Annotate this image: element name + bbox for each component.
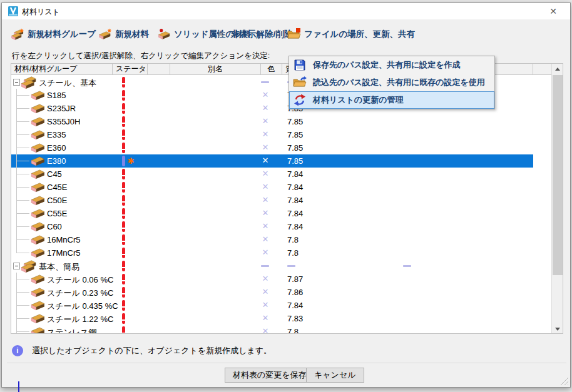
density-value: 7.85 [287,130,303,139]
material-icon [30,234,46,248]
column-header-7[interactable] [533,64,553,75]
material-icon [30,326,46,334]
material-icon [30,274,46,287]
density-value: 7.84 [287,209,303,218]
new-marker-icon: ✱ [128,156,135,166]
menu-item-label: 読込先のパス設定、共有用に既存の設定を使用 [313,77,485,88]
save-material-table-button[interactable]: 材料表の変更を保存 [225,368,315,383]
column-header-1[interactable]: 材料/材料グループ [11,64,113,75]
tree-line [16,331,29,332]
table-row[interactable]: C45E✕7.84 [11,181,553,194]
table-row[interactable]: スチール 0.23 %C✕7.86 [11,286,553,299]
status-bar [122,182,125,193]
material-icon [30,143,46,156]
no-color-x-icon: ✕ [260,129,270,139]
material-icon [30,313,46,326]
menu-item-2[interactable]: 読込先のパス設定、共有用に既存の設定を使用 [289,74,494,91]
status-bar [122,221,125,232]
toolbar-item-label: 新規材料 [115,29,149,40]
material-label: S355J0H [47,117,80,126]
table-row[interactable]: C55E✕7.84 [11,207,553,220]
table-row[interactable]: スチール 0.435 %C✕7.84 [11,299,553,312]
table-row[interactable]: 16MnCr5✕7.8 [11,233,553,246]
column-header-5[interactable]: 色 [261,64,282,75]
new-material-icon [98,28,112,41]
no-color-x-icon: ✕ [260,116,270,126]
density-value: 7.84 [287,196,303,205]
status-bar [122,234,125,245]
tree-collapse-toggle[interactable] [13,263,20,269]
status-bar [122,156,125,166]
material-label: スチール 0.23 %C [47,288,113,299]
tree-line [16,325,17,334]
tree-line [16,253,29,253]
toolbar-item-1[interactable]: 新規材料グループ [11,22,96,47]
info-bar: i 選択したオブジェクトの下に、オブジェクトを新規作成します。 [12,343,272,358]
no-color-x-icon: ✕ [260,103,270,113]
density-value: 7.8 [287,327,299,334]
table-row[interactable]: E335✕7.85 [11,128,553,141]
status-bar [122,300,125,311]
material-label: スチール 1.22 %C [47,314,113,325]
tree-line [16,148,29,148]
table-row[interactable]: スチール 0.06 %C✕7.87 [11,273,553,286]
table-row[interactable]: C45✕7.84 [11,168,553,181]
table-row[interactable]: S355J0H✕7.85 [11,115,553,128]
scrollbar-thumb[interactable] [553,75,563,275]
column-header-2[interactable]: ステータス [113,64,148,75]
new-material-group-icon [11,28,24,41]
density-value: 7.87 [287,274,303,284]
table-row[interactable]: 基本、簡易 [11,259,553,273]
import-folder-icon [293,76,307,89]
status-bar [122,326,125,334]
tree-line [16,318,29,319]
status-bar [122,195,125,206]
scroll-down-button[interactable] [552,324,563,334]
menu-item-label: 保存先のパス設定、共有用に設定を作成 [313,59,461,71]
density-value: 7.84 [287,222,303,231]
cancel-button[interactable]: キャンセル [306,368,364,383]
density-value: 7.84 [287,169,303,179]
vertical-scrollbar[interactable] [551,64,563,334]
close-button[interactable]: ✕ [546,5,560,18]
table-row[interactable]: E360✕7.85 [11,141,553,154]
tree-line [16,134,29,135]
menu-item-1[interactable]: 保存先のパス設定、共有用に設定を作成 [289,56,494,74]
info-icon: i [12,345,23,356]
table-row[interactable]: スチール 1.22 %C✕7.83 [11,312,553,325]
scroll-up-button[interactable] [552,64,563,74]
menu-item-label: 材料リストの更新の管理 [313,94,404,106]
table-row[interactable]: E380✱✕7.85 [11,154,553,168]
status-bar [122,116,125,127]
resize-grip[interactable] [559,376,568,385]
toolbar-item-4[interactable]: ✕非表示解除/削除 [214,22,292,47]
table-row[interactable]: 17MnCr5✕7.8 [11,246,553,259]
material-icon [30,116,46,129]
column-header-4[interactable]: 別名 [170,64,261,75]
material-label: C45 [47,169,62,179]
menu-item-3[interactable]: 材料リストの更新の管理 [289,91,494,109]
table-row[interactable]: ステンレス鋼✕7.8 [11,325,553,334]
material-icon [30,169,46,182]
app-logo-icon [8,6,18,16]
window-title: 材料リスト [22,7,60,18]
toolbar-item-5[interactable]: ファイルの場所、更新、共有 [287,22,415,47]
toolbar-item-2[interactable]: 新規材料 [98,22,149,47]
status-bar [122,261,125,271]
status-bar [122,313,125,324]
tree-collapse-toggle[interactable] [13,79,20,86]
file-location-menu: 保存先のパス設定、共有用に設定を作成 読込先のパス設定、共有用に既存の設定を使用… [289,56,495,109]
table-row[interactable]: C50E✕7.84 [11,194,553,207]
no-color-x-icon: ✕ [260,274,270,283]
material-icon [30,103,46,116]
status-bar [122,208,125,219]
table-body: スチール、基本 S185✕7.86 S235JR✕7.85 S355J0H✕7.… [11,75,553,334]
material-list-dialog: 材料リスト ✕ 新規材料グループ 新規材料 ソリッド属性の材料✕非表示解除/削除… [1,3,571,388]
toolbar-item-label: 新規材料グループ [28,29,96,40]
no-color-x-icon: ✕ [260,221,270,231]
table-row[interactable]: C60✕7.84 [11,220,553,233]
no-color-x-icon: ✕ [260,182,270,191]
material-label: C50E [47,196,68,205]
material-icon [30,287,46,300]
column-header-3[interactable] [148,64,170,75]
